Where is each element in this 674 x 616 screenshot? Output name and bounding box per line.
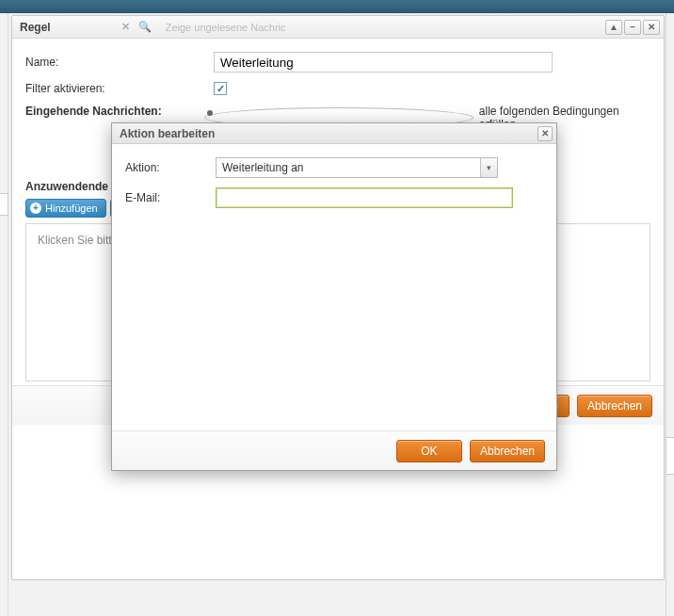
close-tool-icon[interactable]: ✕ xyxy=(117,19,136,36)
collapse-button[interactable]: ▲ xyxy=(605,20,622,35)
header-hint: Zeige ungelesene Nachric xyxy=(166,22,286,33)
row-activate: Filter aktivieren: ✓ xyxy=(25,82,650,95)
activate-label: Filter aktivieren: xyxy=(25,82,214,95)
left-edge-bump xyxy=(0,193,8,216)
rule-window-title: Regel xyxy=(20,21,51,34)
add-rule-label: Hinzufügen xyxy=(45,203,98,214)
dialog-header[interactable]: Aktion bearbeiten ✕ xyxy=(112,123,556,144)
check-icon: ✓ xyxy=(217,83,225,95)
email-label: E-Mail: xyxy=(125,191,216,204)
cancel-button[interactable]: Abbrechen xyxy=(577,395,652,417)
action-select[interactable]: Weiterleitung an ▾ xyxy=(216,157,498,178)
rule-window-header[interactable]: Regel ✕ 🔍 Zeige ungelesene Nachric ▲ – ✕ xyxy=(12,16,664,39)
dialog-cancel-button[interactable]: Abbrechen xyxy=(470,440,545,462)
search-tool-icon[interactable]: 🔍 xyxy=(136,19,154,36)
chevron-down-icon[interactable]: ▾ xyxy=(480,158,497,177)
window-buttons: ▲ – ✕ xyxy=(605,20,660,35)
dialog-footer: OK Abbrechen xyxy=(112,430,556,470)
app-topbar xyxy=(0,0,674,13)
row-name: Name: xyxy=(25,52,650,73)
header-tools: ✕ 🔍 Zeige ungelesene Nachric xyxy=(117,19,286,36)
left-edge xyxy=(0,13,8,616)
row-action: Aktion: Weiterleitung an ▾ xyxy=(125,157,543,178)
right-edge-bump xyxy=(666,437,674,475)
right-edge xyxy=(666,13,674,616)
dialog-body: Aktion: Weiterleitung an ▾ E-Mail: xyxy=(112,144,556,231)
close-button[interactable]: ✕ xyxy=(643,20,660,35)
minimize-button[interactable]: – xyxy=(624,20,641,35)
edit-action-dialog: Aktion bearbeiten ✕ Aktion: Weiterleitun… xyxy=(111,122,557,471)
plus-icon: + xyxy=(30,203,41,214)
rules-list-placeholder: Klicken Sie bitte xyxy=(38,234,118,247)
name-input[interactable] xyxy=(214,52,553,73)
email-input[interactable] xyxy=(216,187,513,208)
row-email: E-Mail: xyxy=(125,187,543,208)
dialog-title: Aktion bearbeiten xyxy=(120,127,215,140)
dialog-close-button[interactable]: ✕ xyxy=(538,126,553,141)
ok-button[interactable]: OK xyxy=(396,440,462,462)
action-select-value: Weiterleitung an xyxy=(222,161,304,174)
incoming-label: Eingehende Nachrichten: xyxy=(25,105,204,118)
add-rule-button[interactable]: + Hinzufügen xyxy=(25,199,106,218)
action-label: Aktion: xyxy=(125,161,216,174)
name-label: Name: xyxy=(25,56,214,69)
activate-checkbox[interactable]: ✓ xyxy=(214,82,227,95)
